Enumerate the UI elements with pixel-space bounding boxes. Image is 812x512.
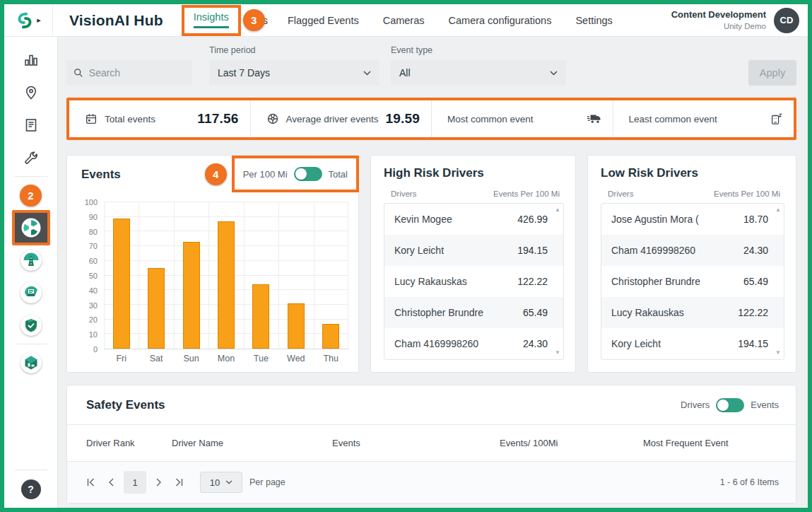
driver-row[interactable]: Christopher Brundre 65.49 [384, 297, 563, 328]
first-page-button[interactable] [81, 473, 100, 491]
bar-sat[interactable] [148, 268, 165, 349]
sidebar-item-locations[interactable] [4, 76, 57, 109]
chevron-down-icon [225, 480, 233, 484]
events-card-header: Events 4 Per 100 Mi Total [81, 156, 348, 192]
prev-page-button[interactable] [102, 473, 121, 491]
speeding-truck-icon [587, 113, 601, 124]
filter-bar: Time period Last 7 Days Event type All [66, 45, 796, 86]
high-risk-title: High Risk Drivers [384, 166, 564, 180]
gridline [139, 202, 139, 349]
event-type-select[interactable]: All [391, 60, 566, 86]
avatar[interactable]: CD [774, 8, 799, 33]
driver-name: Lucy Rakauskas [394, 276, 467, 287]
stat-label: Most common event [447, 114, 534, 124]
driver-value: 65.49 [743, 276, 768, 287]
scroll-down-icon[interactable]: ▼ [555, 350, 560, 356]
sidebar-item-road-app[interactable] [4, 244, 57, 277]
cards-row: Events 4 Per 100 Mi Total 10090807060504… [66, 155, 796, 373]
tab-settings[interactable]: Settings [575, 15, 612, 26]
visionai-camera-logo-icon [20, 217, 42, 238]
page-size-select[interactable]: 10 [200, 472, 242, 493]
time-period-value: Last 7 Days [218, 67, 270, 78]
driver-row[interactable]: Jose Agustin Mora ( 18.70 [601, 204, 784, 235]
col-driver-rank: Driver Rank [86, 438, 172, 448]
toggle-label-events: Events [751, 400, 779, 410]
sidebar-item-visionai-active[interactable] [4, 211, 57, 244]
time-period-select[interactable]: Last 7 Days [209, 60, 379, 86]
sidebar-item-analytics[interactable] [4, 44, 57, 76]
driver-row[interactable]: Kevin Mogee 426.99 [384, 204, 563, 235]
search-box[interactable] [66, 60, 192, 86]
low-risk-drivers-card: Low Risk Drivers Drivers Events Per 100 … [587, 155, 796, 373]
col-most-frequent-event: Most Frequent Event [643, 438, 729, 448]
tab-cameras[interactable]: Cameras [383, 15, 425, 26]
bar-mon[interactable] [218, 221, 235, 349]
page-number-button[interactable]: 1 [124, 471, 146, 494]
gridline [278, 202, 279, 349]
bar-thu[interactable] [322, 324, 339, 349]
top-header: ▸ VisionAI Hub Insights 3 s Flagged Even… [4, 4, 808, 37]
safety-events-title: Safety Events [86, 398, 165, 412]
apply-button[interactable]: Apply [748, 60, 796, 86]
sidebar-divider [15, 176, 47, 177]
tab-flagged-events[interactable]: Flagged Events [288, 15, 359, 26]
sidebar-item-reports[interactable] [4, 109, 57, 141]
per100mi-total-toggle[interactable] [294, 167, 322, 181]
driver-row[interactable]: Cham 4169998260 24.30 [601, 235, 784, 266]
bar-chart-icon [23, 52, 39, 68]
tab-camera-configurations[interactable]: Camera configurations [449, 15, 552, 26]
help-button[interactable]: ? [21, 479, 41, 499]
sidebar-item-tools[interactable] [4, 141, 57, 174]
time-period-label: Time period [209, 45, 379, 55]
sidebar-expand-icon[interactable]: ▸ [37, 16, 41, 24]
sidebar-divider [15, 344, 47, 344]
search-icon [73, 67, 83, 78]
chart-plot [104, 202, 348, 349]
driver-row[interactable]: Lucy Rakauskas 122.22 [384, 266, 563, 297]
annotation-badge-4: 4 [205, 163, 227, 185]
scroll-up-icon[interactable]: ▲ [775, 207, 781, 213]
account-block[interactable]: Content Development Unity Demo CD [671, 4, 808, 36]
account-org: Content Development [671, 8, 766, 21]
sidebar-divider [15, 470, 47, 470]
tab-insights[interactable]: Insights [194, 11, 229, 28]
driver-row[interactable]: Kory Leicht 194.15 [384, 235, 563, 266]
chevron-down-icon [550, 71, 558, 76]
sidebar-item-warehouse-app[interactable] [4, 347, 57, 379]
drowsy-device-icon [770, 112, 782, 125]
safety-table-header: Driver Rank Driver Name Events Events/ 1… [67, 425, 796, 462]
events-card: Events 4 Per 100 Mi Total 10090807060504… [66, 155, 359, 373]
bar-tue[interactable] [252, 284, 269, 349]
scroll-up-icon[interactable]: ▲ [555, 207, 560, 213]
page-title: VisionAI Hub [69, 12, 163, 29]
stat-label: Total events [105, 114, 155, 124]
annotation-box-toggle: Per 100 Mi Total [232, 156, 359, 192]
bar-wed[interactable] [288, 303, 305, 349]
sidebar-item-docs-app[interactable] [4, 277, 57, 309]
drivers-events-toggle[interactable] [716, 398, 744, 412]
time-period-group: Time period Last 7 Days [209, 45, 379, 86]
bar-sun[interactable] [183, 242, 200, 349]
per-page-label: Per page [249, 477, 286, 487]
next-page-button[interactable] [149, 473, 167, 491]
scroll-down-icon[interactable]: ▼ [775, 350, 781, 356]
sidebar-item-compliance-app[interactable] [4, 309, 57, 342]
col-events-per-100mi: Events Per 100 Mi [493, 190, 560, 198]
col-driver-name: Driver Name [172, 438, 332, 448]
account-sub: Unity Demo [671, 21, 766, 33]
gridline [104, 202, 348, 202]
driver-row[interactable]: Cham 4169998260 24.30 [384, 328, 563, 359]
driver-row[interactable]: Lucy Rakauskas 122.22 [601, 297, 784, 328]
logo-block[interactable]: ▸ [4, 4, 53, 36]
pagination-bar: 1 10 Per page 1 - 6 of 6 Items [67, 462, 796, 503]
col-events: Events [332, 438, 500, 448]
last-page-button[interactable] [170, 473, 189, 491]
events-title: Events [81, 168, 121, 182]
stat-label: Least common event [629, 114, 717, 124]
driver-row[interactable]: Christopher Brundre 65.49 [601, 266, 784, 297]
bar-fri[interactable] [113, 219, 130, 349]
gridline [208, 202, 209, 349]
driver-row[interactable]: Kory Leicht 194.15 [601, 328, 784, 359]
toggle-label-total: Total [329, 169, 348, 180]
search-input[interactable] [89, 67, 185, 78]
